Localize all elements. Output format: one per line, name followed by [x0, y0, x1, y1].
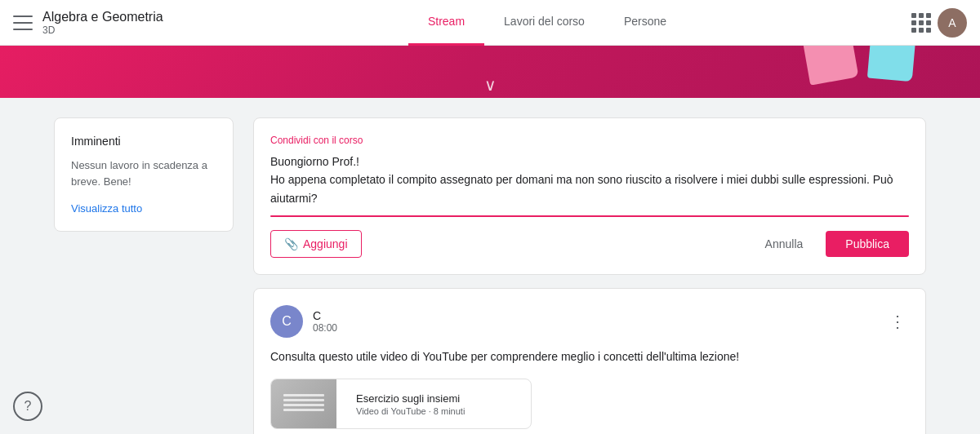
post-time: 08:00 [313, 322, 337, 334]
avatar[interactable]: A [938, 8, 967, 38]
main-content: Condividi con il corso Buongiorno Prof.!… [253, 117, 926, 434]
tab-lavori[interactable]: Lavori del corso [484, 0, 604, 46]
compose-right-actions: Annulla Pubblica [752, 231, 909, 257]
apps-icon[interactable] [911, 13, 931, 33]
top-navigation: Algebra e Geometria 3D Stream Lavori del… [0, 0, 980, 46]
compose-card: Condividi con il corso Buongiorno Prof.!… [253, 117, 926, 275]
course-section: 3D [42, 24, 163, 36]
compose-divider [270, 215, 909, 217]
post-meta: C 08:00 [313, 309, 337, 334]
compose-left-actions: 📎 Aggiungi [270, 230, 362, 258]
post-author-name: C [313, 309, 337, 322]
post-author: C C 08:00 [270, 305, 337, 338]
cancel-button[interactable]: Annulla [752, 231, 817, 257]
nav-left: Algebra e Geometria 3D [13, 10, 193, 36]
nav-title-block: Algebra e Geometria 3D [42, 10, 163, 36]
post-header: C C 08:00 ⋮ [270, 305, 909, 338]
add-button[interactable]: 📎 Aggiungi [270, 230, 362, 258]
upcoming-card: Imminenti Nessun lavoro in scadenza a br… [54, 117, 234, 232]
upcoming-empty-text: Nessun lavoro in scadenza a breve. Bene! [71, 157, 216, 189]
tab-stream[interactable]: Stream [408, 0, 484, 46]
thumb-line-4 [283, 409, 324, 411]
attachment-title: Esercizio sugli insiemi [356, 392, 465, 405]
thumb-line-3 [283, 404, 324, 406]
publish-button[interactable]: Pubblica [826, 231, 909, 257]
nav-tabs: Stream Lavori del corso Persone [193, 0, 902, 46]
content-area: Imminenti Nessun lavoro in scadenza a br… [41, 98, 939, 434]
post-more-button[interactable]: ⋮ [886, 308, 909, 334]
attachment-subtitle: Video di YouTube · 8 minuti [356, 406, 465, 416]
post-card: C C 08:00 ⋮ Consulta questo utile video … [253, 288, 926, 434]
post-avatar: C [270, 305, 303, 338]
banner-chevron-icon[interactable]: ∨ [484, 75, 497, 95]
view-all-link[interactable]: Visualizza tutto [71, 202, 216, 215]
compose-actions: 📎 Aggiungi Annulla Pubblica [270, 230, 909, 258]
upcoming-title: Imminenti [71, 135, 216, 148]
help-button[interactable]: ? [13, 392, 42, 421]
course-title: Algebra e Geometria [42, 10, 163, 24]
attachment-info: Esercizio sugli insiemi Video di YouTube… [346, 386, 474, 423]
paperclip-icon: 📎 [284, 237, 298, 250]
attachment-thumbnail [271, 379, 336, 428]
add-button-label: Aggiungi [303, 237, 348, 250]
nav-right: A [902, 8, 967, 38]
post-body: Consulta questo utile video di YouTube p… [270, 348, 909, 365]
thumb-inner [271, 379, 336, 428]
compose-textarea[interactable]: Buongiorno Prof.! Ho appena completato i… [270, 153, 909, 210]
thumb-line-1 [283, 394, 324, 396]
sidebar: Imminenti Nessun lavoro in scadenza a br… [54, 117, 234, 232]
thumb-lines [283, 394, 324, 414]
tab-persone[interactable]: Persone [604, 0, 686, 46]
hamburger-menu[interactable] [13, 13, 33, 33]
compose-label: Condividi con il corso [270, 135, 909, 146]
post-attachment[interactable]: Esercizio sugli insiemi Video di YouTube… [270, 379, 532, 429]
thumb-line-2 [283, 399, 324, 401]
